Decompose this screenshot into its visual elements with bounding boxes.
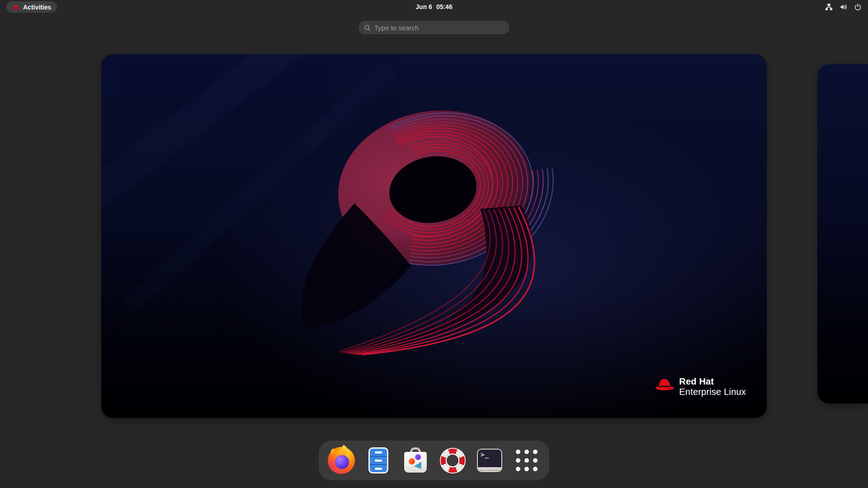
dash-dock: >_ (319, 441, 549, 480)
activities-label: Activities (23, 4, 51, 11)
terminal-prompt-glyph: >_ (481, 451, 489, 458)
app-grid-icon (512, 446, 541, 475)
files-icon (364, 446, 393, 475)
red-hat-fedora-icon (654, 376, 675, 392)
workspace-preview-primary[interactable]: Red Hat Enterprise Linux (101, 54, 767, 418)
software-icon (401, 446, 430, 475)
clock-time: 05:46 (436, 3, 453, 10)
terminal-icon: >_ (475, 446, 504, 475)
dock-item-files[interactable] (364, 446, 393, 475)
gnome-activities-overview: Activities Jun 6 05:46 (0, 0, 868, 488)
volume-high-icon (840, 3, 847, 11)
help-lifebuoy-icon (438, 446, 467, 475)
activities-button[interactable]: Activities (6, 1, 57, 13)
dock-item-help[interactable] (438, 446, 467, 475)
search-bar[interactable] (359, 21, 509, 34)
dock-item-software[interactable] (401, 446, 430, 475)
top-bar: Activities Jun 6 05:46 (0, 0, 868, 14)
search-input[interactable] (374, 24, 504, 32)
search-icon (364, 24, 371, 31)
clock-date: Jun 6 (415, 3, 432, 10)
network-wired-icon (825, 3, 833, 11)
power-icon (854, 3, 862, 11)
red-hat-enterprise-linux-logo: Red Hat Enterprise Linux (654, 376, 746, 397)
clock-button[interactable]: Jun 6 05:46 (415, 0, 452, 14)
firefox-icon (327, 446, 356, 475)
red-hat-icon (12, 4, 20, 10)
dock-item-terminal[interactable]: >_ (475, 446, 504, 475)
system-status-area[interactable] (825, 0, 862, 14)
dock-item-app-grid[interactable] (512, 446, 541, 475)
dock-item-firefox[interactable] (327, 446, 356, 475)
logo-brand: Red Hat (679, 376, 746, 387)
logo-product: Enterprise Linux (679, 387, 746, 397)
rhel9-wallpaper-art (101, 54, 767, 418)
workspace-preview-next[interactable] (817, 64, 868, 404)
